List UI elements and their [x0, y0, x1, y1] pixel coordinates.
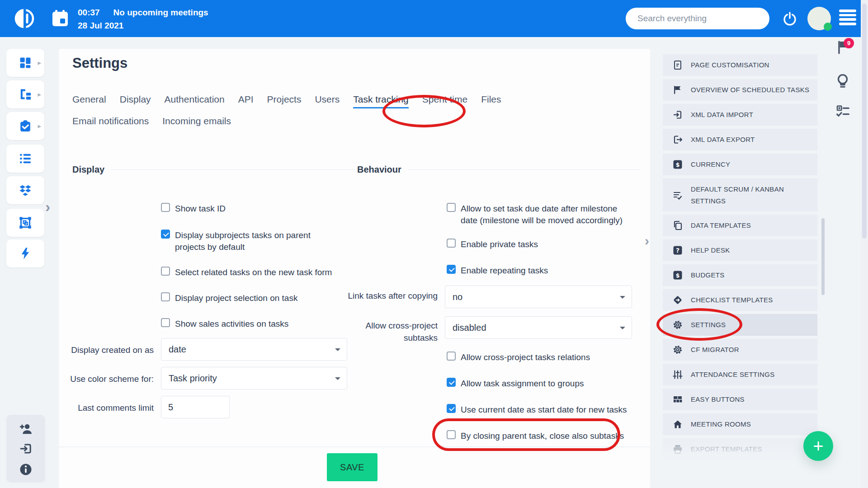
checkbox[interactable]	[447, 352, 456, 361]
add-user-icon[interactable]	[19, 423, 33, 435]
sidebar-item-artboard[interactable]	[6, 209, 44, 237]
checkbox-row[interactable]: Select related tasks on the new task for…	[161, 267, 332, 278]
sidebar-item-dashboard[interactable]: ▸	[6, 49, 44, 77]
sidebar-item-default-scrum-kanban[interactable]: DEFAULT SCRUM / KANBAN SETTINGS	[663, 178, 817, 211]
lightbulb-icon[interactable]	[836, 74, 849, 89]
sidebar-item-meeting-rooms[interactable]: MEETING ROOMS	[663, 413, 817, 435]
settings-tabs: General Display Authentication API Proje…	[72, 94, 529, 129]
divider	[59, 446, 650, 447]
checkbox-row[interactable]: Allow to set task due date after milesto…	[447, 203, 637, 226]
checkbox-row[interactable]: Show task ID	[161, 203, 226, 215]
cross-project-subtasks-select[interactable]: disabled	[445, 316, 632, 339]
tab-files[interactable]: Files	[481, 94, 501, 108]
sign-in-icon[interactable]	[19, 443, 32, 455]
link-tasks-after-copying-select[interactable]: no	[445, 286, 632, 308]
checkbox[interactable]	[447, 378, 456, 387]
checkbox-row[interactable]: Enable private tasks	[447, 239, 538, 250]
sidebar-item-dropbox[interactable]	[6, 176, 44, 204]
tab-authentication[interactable]: Authentication	[165, 94, 225, 108]
sidebar-item-help-desk[interactable]: ? HELP DESK	[663, 239, 817, 261]
sidebar-item-list[interactable]	[6, 145, 44, 173]
current-date: 28 Jul 2021	[78, 21, 123, 31]
svg-text:$: $	[675, 161, 679, 168]
sidebar-item-page-customisation[interactable]: PAGE CUSTOMISATION	[663, 54, 817, 76]
sidebar-item-data-templates[interactable]: DATA TEMPLATES	[663, 215, 817, 236]
display-section-heading: Display	[72, 164, 355, 175]
sidebar-item-attendance-settings[interactable]: ATTENDANCE SETTINGS	[663, 364, 817, 385]
export-icon	[673, 135, 683, 145]
save-button[interactable]: SAVE	[327, 453, 377, 481]
sidebar-item-export-templates[interactable]: EXPORT TEMPLATES	[663, 438, 817, 460]
color-scheme-select[interactable]: Task priority	[161, 367, 347, 389]
power-icon[interactable]	[782, 11, 797, 27]
left-dock	[6, 415, 45, 483]
app-root: 00:37No upcoming meetings 28 Jul 2021 ▸ …	[0, 0, 868, 488]
calendar-icon[interactable]	[52, 12, 68, 26]
tab-api[interactable]: API	[238, 94, 254, 108]
page-scrollbar-thumb[interactable]	[862, 4, 867, 239]
checkbox[interactable]	[447, 430, 456, 439]
chevron-down-icon	[620, 327, 625, 329]
svg-text:?: ?	[676, 247, 679, 254]
checkbox[interactable]	[447, 265, 456, 274]
checkbox[interactable]	[161, 230, 170, 239]
checkbox-row[interactable]: By closing parent task, close also subta…	[447, 430, 624, 442]
tab-projects[interactable]: Projects	[267, 94, 302, 108]
checkbox[interactable]	[161, 267, 170, 276]
checkbox-row[interactable]: Display project selection on task	[161, 292, 297, 304]
sidebar-item-tasks[interactable]: ▸	[6, 112, 44, 140]
home-icon	[673, 419, 683, 429]
meeting-status: No upcoming meetings	[113, 8, 208, 17]
sidebar-item-checklist-templates[interactable]: CHECKLIST TEMPLATES	[663, 289, 817, 311]
sidebar-item-projects-tree[interactable]: ▸	[6, 80, 44, 108]
checkbox[interactable]	[161, 203, 170, 212]
sidebar-item-budgets[interactable]: $ BUDGETS	[663, 264, 817, 286]
info-icon[interactable]	[19, 463, 33, 476]
sidebar-item-settings[interactable]: SETTINGS	[663, 314, 817, 336]
tab-spent-time[interactable]: Spent time	[422, 94, 467, 108]
gear-icon	[673, 345, 683, 355]
checkbox[interactable]	[161, 292, 170, 301]
sidebar-item-cf-migrator[interactable]: CF MIGRATOR	[663, 339, 817, 361]
printer-icon	[673, 444, 683, 454]
checkbox[interactable]	[447, 239, 456, 248]
menu-icon[interactable]	[839, 9, 856, 28]
display-created-on-select[interactable]: date	[161, 338, 347, 361]
checklist-icon[interactable]	[835, 105, 850, 117]
checkbox-row[interactable]: Allow cross-project tasks relations	[447, 352, 590, 363]
sidebar-item-quick-actions[interactable]	[6, 239, 44, 267]
tab-display[interactable]: Display	[120, 94, 151, 108]
tab-incoming-emails[interactable]: Incoming emails	[162, 116, 231, 129]
search-input[interactable]	[626, 8, 769, 29]
sidebar-item-overview-scheduled-tasks[interactable]: OVERVIEW OF SCHEDULED TASKS	[663, 79, 817, 101]
tab-users[interactable]: Users	[315, 94, 340, 108]
sidebar-item-xml-data-import[interactable]: XML DATA IMPORT	[663, 104, 817, 126]
user-avatar[interactable]	[807, 7, 831, 30]
dollar-icon: $	[673, 160, 683, 169]
field-label: Link tasks after copying	[338, 291, 438, 301]
checkbox-row[interactable]: Enable repeating tasks	[447, 265, 548, 277]
checkbox-row[interactable]: Display subprojects tasks on parent proj…	[161, 230, 324, 253]
flag-icon	[673, 85, 683, 95]
sidebar-scrollbar[interactable]	[821, 218, 825, 295]
checkbox-row[interactable]: Allow task assignment to groups	[447, 378, 584, 389]
expand-sidebar-chevron[interactable]: ›	[645, 233, 649, 249]
checkbox[interactable]	[447, 404, 456, 413]
checkbox-row[interactable]: Show sales activities on tasks	[161, 318, 288, 330]
tab-general[interactable]: General	[72, 94, 106, 108]
page-scrollbar-track[interactable]	[861, 0, 868, 488]
checkbox[interactable]	[447, 203, 456, 212]
bricks-icon	[673, 394, 683, 404]
app-logo-icon[interactable]	[14, 8, 35, 29]
add-fab-button[interactable]: +	[803, 431, 833, 461]
checkbox-row[interactable]: Use current date as start date for new t…	[447, 404, 627, 416]
expand-left-rail-chevron[interactable]: ›	[45, 198, 50, 216]
sidebar-item-xml-data-export[interactable]: XML DATA EXPORT	[663, 129, 817, 150]
sidebar-item-easy-buttons[interactable]: EASY BUTTONS	[663, 389, 817, 410]
sidebar-item-currency[interactable]: $ CURRENCY	[663, 154, 817, 175]
checkbox[interactable]	[161, 318, 170, 327]
tab-email-notifications[interactable]: Email notifications	[72, 116, 149, 129]
tab-task-tracking[interactable]: Task tracking	[353, 94, 409, 108]
online-status-dot	[824, 23, 832, 31]
last-comments-limit-input[interactable]	[161, 396, 230, 418]
